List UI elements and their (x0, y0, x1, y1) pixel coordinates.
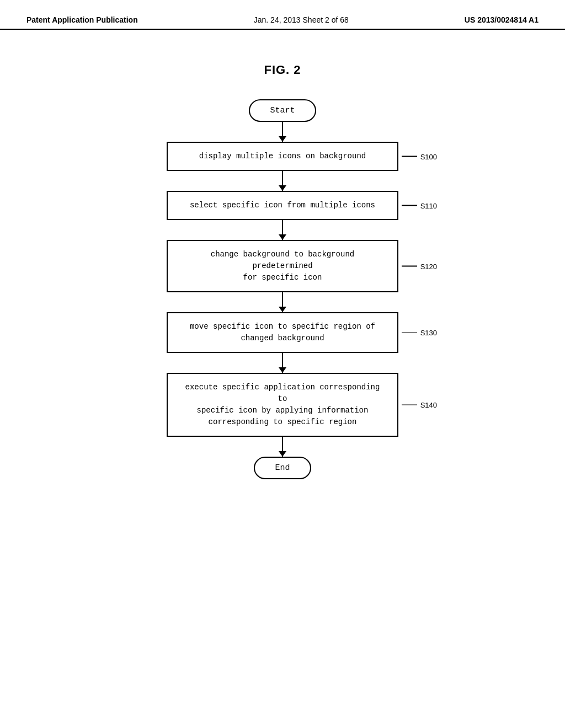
step-s130-label: S130 (402, 329, 437, 337)
step-s130-text: move specific icon to specific region of… (190, 322, 375, 342)
step-s100-label: S100 (402, 152, 437, 160)
figure-area: FIG. 2 Start display multiple icons on b… (0, 30, 565, 479)
step-s100-box: display multiple icons on background (167, 142, 398, 171)
header-publication-label: Patent Application Publication (26, 15, 138, 24)
flowchart: Start display multiple icons on backgrou… (167, 99, 398, 479)
header-date-sheet: Jan. 24, 2013 Sheet 2 of 68 (254, 15, 349, 24)
step-s130-wrapper: move specific icon to specific region of… (167, 312, 398, 353)
arrow-s130-to-s140 (282, 353, 283, 373)
step-s130-box: move specific icon to specific region of… (167, 312, 398, 353)
start-terminal: Start (249, 99, 316, 122)
figure-title: FIG. 2 (264, 63, 301, 77)
end-terminal: End (254, 457, 311, 479)
step-s120-wrapper: change background to background predeter… (167, 240, 398, 292)
header-patent-number: US 2013/0024814 A1 (465, 15, 539, 24)
arrow-s120-to-s130 (282, 292, 283, 312)
step-s140-box: execute specific application correspondi… (167, 373, 398, 437)
step-s120-box: change background to background predeter… (167, 240, 398, 292)
arrow-s110-to-s120 (282, 220, 283, 240)
step-s140-text: execute specific application correspondi… (185, 383, 380, 426)
step-s120-label: S120 (402, 262, 437, 270)
step-s140-wrapper: execute specific application correspondi… (167, 373, 398, 437)
step-s120-text: change background to background predeter… (211, 250, 354, 282)
page-header: Patent Application Publication Jan. 24, … (0, 0, 565, 30)
step-s110-text: select specific icon from multiple icons (190, 201, 375, 210)
step-s100-text: display multiple icons on background (199, 152, 366, 160)
arrow-start-to-s100 (282, 122, 283, 142)
step-s110-box: select specific icon from multiple icons (167, 191, 398, 220)
arrow-s140-to-end (282, 437, 283, 457)
step-s140-label: S140 (402, 401, 437, 409)
step-s110-wrapper: select specific icon from multiple icons… (167, 191, 398, 220)
arrow-s100-to-s110 (282, 171, 283, 191)
step-s100-wrapper: display multiple icons on background S10… (167, 142, 398, 171)
step-s110-label: S110 (402, 201, 437, 210)
